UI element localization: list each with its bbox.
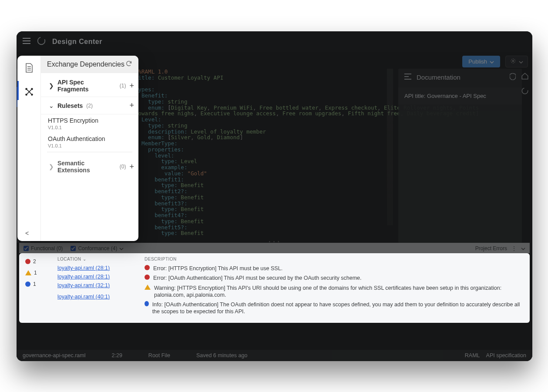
add-ruleset-button[interactable]: +: [129, 101, 134, 110]
svg-point-2: [522, 88, 528, 94]
dependencies-icon[interactable]: [24, 87, 34, 98]
chevron-right-icon: ❯: [49, 82, 54, 89]
doc-heading: Documentation: [417, 74, 461, 81]
chevron-down-icon[interactable]: [521, 245, 525, 251]
svg-point-3: [25, 88, 27, 90]
svg-point-0: [38, 37, 45, 45]
chevron-down-icon: [519, 58, 523, 65]
functional-checkbox[interactable]: [24, 246, 29, 251]
exchange-dependencies-panel: < Exchange Dependencies ❯ API Spec Fragm…: [17, 56, 138, 241]
ruleset-item[interactable]: HTTPS Encryption V1.0.1: [41, 114, 138, 130]
chevron-down-icon: ⌄: [49, 102, 54, 109]
refresh-icon[interactable]: [125, 60, 132, 69]
panel-header: Exchange Dependencies: [41, 56, 138, 73]
status-lang: RAML: [465, 352, 480, 358]
info-icon: [145, 301, 149, 306]
svg-point-5: [25, 94, 27, 96]
refresh-circle-icon[interactable]: [521, 87, 529, 95]
error-icon: [145, 265, 150, 270]
status-bar: governance-api-spec.raml 2:29 Root File …: [17, 350, 532, 361]
app-window: Design Center Publish #%RAML 1.0 title: …: [17, 31, 532, 361]
app-title: Design Center: [52, 38, 102, 46]
section-semantic-extensions[interactable]: ❯ Semantic Extensions (0) +: [41, 156, 138, 178]
error-icon: [145, 275, 150, 280]
add-extension-button[interactable]: +: [129, 162, 134, 171]
svg-point-4: [31, 88, 33, 90]
list-icon[interactable]: [404, 74, 411, 81]
editor-minimap[interactable]: [387, 69, 393, 225]
project-errors-label[interactable]: Project Errors: [475, 245, 507, 251]
chevron-down-icon: [119, 245, 124, 251]
issues-summary: 2 1 1: [25, 257, 44, 319]
doc-api-title: API title: Governance - API Spec: [398, 87, 522, 104]
functional-filter[interactable]: Functional (0): [24, 245, 63, 251]
documentation-panel: Documentation API title: Governance - AP…: [398, 69, 522, 243]
app-topbar: Design Center: [17, 31, 532, 52]
section-rulesets[interactable]: ⌄ Rulesets (2) +: [41, 97, 138, 114]
kebab-icon[interactable]: ⋮: [511, 245, 517, 251]
location-column: LOCATION ⌄ loyalty-api.raml (28:1) loyal…: [57, 257, 131, 319]
status-cursor-pos: 2:29: [112, 352, 122, 358]
menu-icon[interactable]: [23, 38, 30, 46]
add-fragment-button[interactable]: +: [129, 81, 134, 90]
issue-location-link[interactable]: loyalty-api.raml (32:1): [57, 282, 131, 288]
settings-button[interactable]: [505, 56, 528, 67]
rail-active-indicator: [17, 81, 19, 100]
code-editor[interactable]: #%RAML 1.0 title: Customer Loyalty API t…: [135, 69, 400, 243]
info-icon: [25, 281, 30, 287]
section-api-spec-fragments[interactable]: ❯ API Spec Fragments (1) +: [41, 75, 138, 97]
svg-point-6: [31, 94, 33, 96]
svg-point-1: [512, 60, 514, 62]
home-icon[interactable]: [521, 72, 529, 80]
issues-panel: 2 1 1 LOCATION ⌄ loyalty-api.raml (28:1)…: [19, 253, 530, 323]
status-file: governance-api-spec.raml: [23, 352, 86, 358]
ruleset-item[interactable]: OAuth Authentication V1.0.1: [41, 133, 138, 148]
error-icon: [25, 259, 30, 264]
chevron-down-icon: [490, 58, 494, 65]
status-root-file: Root File: [148, 352, 170, 358]
panel-title: Exchange Dependencies: [47, 60, 125, 68]
divider: [47, 152, 132, 152]
chevron-right-icon: ❯: [49, 163, 54, 170]
issue-location-link[interactable]: loyalty-api.raml (28:1): [57, 265, 131, 271]
file-icon[interactable]: [25, 63, 34, 75]
chevron-down-icon[interactable]: ⌄: [83, 257, 87, 261]
status-kind: API specification: [486, 352, 526, 358]
description-column: DESCRIPTION Error: [HTTPS Encryption] Th…: [145, 257, 524, 319]
publish-label: Publish: [468, 58, 487, 65]
status-saved: Saved 6 minutes ago: [196, 352, 247, 358]
publish-button[interactable]: Publish: [462, 56, 500, 67]
action-bar: Publish: [462, 56, 528, 67]
right-icon-rail: [521, 72, 529, 95]
issues-filter-bar: Functional (0) Conformance (4) Project E…: [19, 243, 530, 253]
panel-icon-rail: <: [17, 56, 41, 241]
issue-location-link[interactable]: loyalty-api.raml (28:1): [57, 274, 131, 280]
warning-icon: [25, 270, 31, 275]
gear-icon: [510, 58, 516, 65]
conformance-filter[interactable]: Conformance (4): [71, 245, 124, 251]
shield-icon[interactable]: [510, 73, 516, 81]
collapse-panel-button[interactable]: <: [25, 230, 29, 237]
app-logo-icon: [37, 36, 46, 47]
conformance-checkbox[interactable]: [71, 246, 76, 251]
issue-location-link[interactable]: loyalty-api.raml (40:1): [57, 294, 131, 300]
warning-icon: [145, 285, 151, 290]
